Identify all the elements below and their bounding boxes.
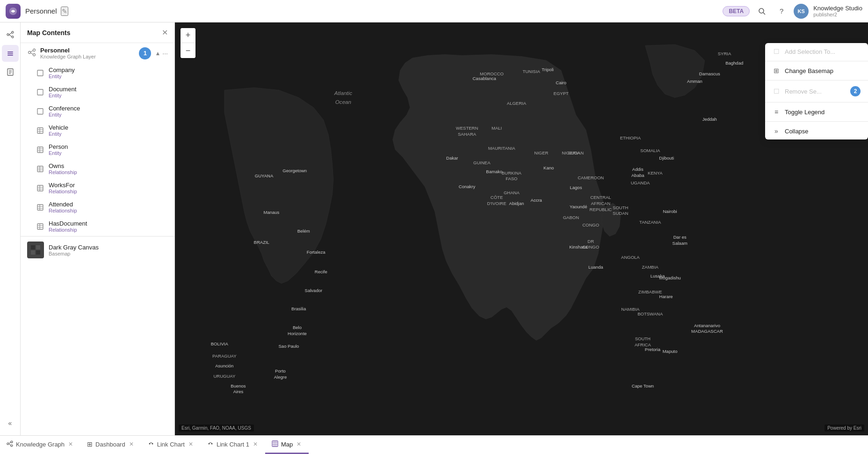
tab-link-chart[interactable]: Link Chart ✕ [141, 436, 201, 454]
map-area[interactable]: Atlantic Ocean TUNISIA MOROCCO EGYPT ALG… [175, 22, 868, 435]
sidebar-icon-layers[interactable] [2, 45, 19, 62]
svg-rect-47 [31, 245, 35, 249]
sidebar-icon-network[interactable] [2, 26, 19, 43]
layer-group-expand-button[interactable]: ▲ [155, 50, 160, 57]
svg-text:Belém: Belém [297, 228, 310, 234]
svg-text:ALGERIA: ALGERIA [507, 101, 527, 106]
svg-text:DR: DR [587, 239, 594, 244]
svg-line-2 [763, 13, 765, 15]
svg-line-7 [9, 35, 12, 37]
visibility-toggle-button[interactable]: 👁 [154, 108, 160, 115]
help-button[interactable]: ? [774, 4, 789, 19]
layer-item-more-button[interactable]: ··· [162, 69, 168, 77]
tab-close-button[interactable]: ✕ [67, 441, 74, 447]
svg-text:URUGUAY: URUGUAY [213, 373, 236, 379]
svg-text:SOMALIA: SOMALIA [640, 148, 660, 153]
zoom-out-button[interactable]: − [181, 43, 195, 58]
table-icon [36, 164, 45, 174]
list-item[interactable]: Conference Entity 👁 ··· [21, 102, 174, 121]
svg-text:PARAGUAY: PARAGUAY [212, 353, 237, 359]
search-button[interactable] [754, 4, 769, 19]
layer-item-more-button[interactable]: ··· [162, 223, 168, 230]
sidebar-icon-book[interactable] [2, 64, 19, 81]
svg-rect-49 [31, 250, 35, 255]
context-menu-toggle-legend-label: Toggle Legend [785, 109, 825, 116]
sidebar-collapse-button[interactable]: « [2, 415, 19, 432]
svg-text:Lagos: Lagos [570, 185, 582, 190]
tab-knowledge-graph[interactable]: Knowledge Graph ✕ [0, 436, 80, 454]
layer-item-more-button[interactable]: ··· [162, 127, 168, 134]
map-attribution-right: Powered by Esri [825, 425, 864, 432]
svg-text:Cairo: Cairo [556, 80, 566, 85]
svg-rect-23 [37, 128, 43, 133]
tab-dashboard[interactable]: ⊞ Dashboard ✕ [80, 436, 141, 454]
list-item[interactable]: Person Entity ··· [21, 140, 174, 159]
layers-icon [6, 49, 14, 58]
svg-text:BOTSWANA: BOTSWANA [637, 311, 663, 316]
layer-item-type: Relationship [49, 227, 159, 233]
list-item[interactable]: Owns Relationship ··· [21, 159, 174, 178]
context-menu-add-selection[interactable]: ☐ Add Selection To... [765, 43, 868, 60]
panel-scroll[interactable]: Personnel Knowledge Graph Layer 1 ▲ ··· [21, 43, 174, 435]
tab-close-button[interactable]: ✕ [188, 441, 194, 447]
svg-rect-50 [36, 250, 40, 255]
dashboard-tab-icon: ⊞ [87, 440, 93, 448]
layer-item-more-button[interactable]: ··· [162, 165, 168, 173]
tab-close-button[interactable]: ✕ [296, 441, 302, 447]
svg-rect-155 [272, 441, 278, 447]
layer-group-badge: 1 [139, 47, 151, 59]
list-item[interactable]: Company Entity 👁 ··· [21, 63, 174, 82]
context-menu-change-basemap[interactable]: ⊞ Change Basemap [765, 62, 868, 79]
list-item[interactable]: HasDocument Relationship ··· [21, 217, 174, 236]
context-menu-remove[interactable]: ☐ Remove Se... 2 [765, 81, 868, 101]
svg-text:EGYPT: EGYPT [554, 91, 569, 96]
layer-item-more-button[interactable]: ··· [162, 146, 168, 154]
context-menu-toggle-legend[interactable]: ≡ Toggle Legend [765, 103, 868, 120]
zoom-in-button[interactable]: + [181, 28, 195, 43]
layer-item-more-button[interactable]: ··· [162, 108, 168, 115]
svg-text:Kinshasa: Kinshasa [569, 244, 588, 249]
svg-text:Dar es: Dar es [673, 234, 687, 240]
svg-rect-10 [7, 55, 13, 56]
svg-text:Casablanca: Casablanca [472, 76, 496, 81]
svg-text:GUINEA: GUINEA [473, 160, 491, 165]
layer-group-header[interactable]: Personnel Knowledge Graph Layer 1 ▲ ··· [21, 43, 174, 63]
layer-item-more-button[interactable]: ··· [162, 204, 168, 211]
svg-text:GABON: GABON [563, 215, 579, 220]
tab-close-button[interactable]: ✕ [252, 441, 259, 447]
layer-item-text: HasDocument Relationship [49, 220, 159, 233]
svg-rect-31 [37, 166, 43, 172]
edit-title-button[interactable]: ✎ [61, 7, 68, 16]
svg-rect-27 [37, 147, 43, 153]
list-item[interactable]: Vehicle Entity ··· [21, 121, 174, 140]
visibility-toggle-button[interactable]: 👁 [154, 88, 160, 95]
layer-item-more-button[interactable]: ··· [162, 88, 168, 96]
layer-item-name: WorksFor [49, 182, 159, 189]
divider [765, 61, 868, 61]
list-item[interactable]: Attended Relationship ··· [21, 198, 174, 217]
svg-text:Salaam: Salaam [673, 241, 687, 246]
panel-close-button[interactable]: ✕ [162, 28, 168, 37]
layer-group-more-button[interactable]: ··· [162, 50, 168, 57]
svg-text:D'IVOIRE: D'IVOIRE [487, 201, 506, 206]
tab-link-chart-1[interactable]: Link Chart 1 ✕ [201, 436, 265, 454]
tab-close-button[interactable]: ✕ [128, 441, 135, 447]
divider [765, 80, 868, 81]
svg-text:Sao Paulo: Sao Paulo [279, 344, 299, 349]
context-menu-collapse[interactable]: » Collapse [765, 123, 868, 139]
list-item[interactable]: Document Entity 👁 ··· [21, 82, 174, 102]
table-icon [36, 183, 45, 193]
list-item[interactable]: WorksFor Relationship ··· [21, 178, 174, 198]
svg-point-152 [152, 443, 153, 444]
checkbox-icon: ☐ [773, 88, 780, 95]
basemap-item[interactable]: Dark Gray Canvas Basemap [21, 236, 174, 263]
svg-text:SUDAN: SUDAN [613, 211, 628, 216]
svg-text:TANZANIA: TANZANIA [639, 220, 661, 225]
svg-text:Harare: Harare [659, 294, 673, 299]
tab-map[interactable]: Map ✕ [265, 436, 309, 454]
visibility-toggle-button[interactable]: 👁 [154, 69, 160, 76]
collapse-icon: « [8, 419, 12, 427]
entity-icon [36, 107, 45, 116]
layer-item-type: Entity [49, 73, 151, 79]
layer-item-more-button[interactable]: ··· [162, 184, 168, 192]
